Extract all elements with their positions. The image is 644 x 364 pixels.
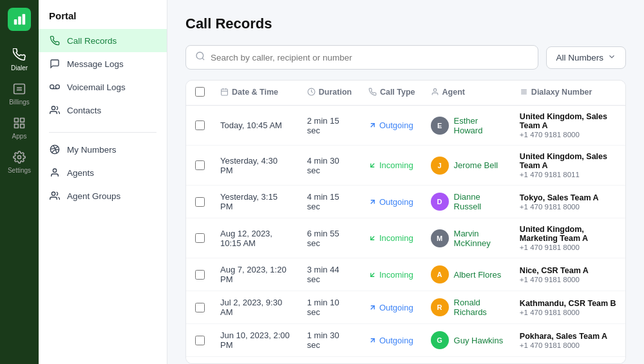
svg-point-25 bbox=[433, 89, 436, 91]
rail-item-settings[interactable]: Settings bbox=[0, 144, 39, 178]
call-records-table-wrapper: Date & Time Duration Call Type bbox=[185, 80, 626, 364]
search-box bbox=[185, 45, 538, 70]
avatar: G bbox=[431, 331, 449, 349]
sidebar: Portal Call Records Message Logs bbox=[39, 0, 167, 364]
avatar: E bbox=[431, 117, 449, 135]
table-row: Yesterday, 4:30 PM 4 min 30 sec Incoming… bbox=[186, 146, 625, 186]
table-row: Aug 12, 2023, 10:15 AM 6 min 55 sec Inco… bbox=[186, 218, 625, 258]
col-duration: Duration bbox=[299, 81, 361, 106]
sidebar-label-agents: Agents bbox=[67, 168, 94, 178]
svg-line-34 bbox=[371, 273, 374, 276]
row-checkbox[interactable] bbox=[195, 197, 205, 207]
message-icon bbox=[49, 58, 61, 70]
sidebar-item-call-records[interactable]: Call Records bbox=[39, 29, 167, 52]
agent-name[interactable]: Esther Howard bbox=[454, 116, 504, 135]
avatar: R bbox=[431, 298, 449, 316]
grid-icon bbox=[12, 116, 26, 130]
svg-line-33 bbox=[371, 236, 374, 240]
table-row: May 20, 2023, 11:00 AM 2 min 50 sec Outg… bbox=[186, 357, 625, 365]
agent-name[interactable]: Albert Flores bbox=[454, 270, 502, 280]
gear-icon bbox=[12, 150, 26, 164]
cell-dialaxy-number: Nice, CSR Team A +1 470 9181 8000 bbox=[512, 258, 625, 291]
row-checkbox[interactable] bbox=[195, 120, 205, 130]
cell-datetime: Yesterday, 3:15 PM bbox=[213, 186, 299, 218]
sidebar-item-message-logs[interactable]: Message Logs bbox=[39, 52, 167, 75]
cell-dialaxy-number: Tokyo, Sales Team A +1 470 9181 8000 bbox=[512, 186, 625, 218]
cell-duration: 4 min 30 sec bbox=[299, 146, 361, 186]
cell-calltype: Incoming bbox=[361, 258, 423, 291]
row-checkbox[interactable] bbox=[195, 270, 205, 280]
svg-rect-7 bbox=[21, 119, 24, 122]
sidebar-item-agent-groups[interactable]: Agent Groups bbox=[39, 184, 167, 207]
table-body: Today, 10:45 AM 2 min 15 sec Outgoing E … bbox=[186, 106, 625, 365]
rail-label-settings: Settings bbox=[8, 167, 31, 174]
sidebar-label-voicemail-logs: Voicemail Logs bbox=[67, 82, 126, 92]
sidebar-item-my-numbers[interactable]: My Numbers bbox=[39, 138, 167, 161]
rail-label-dialer: Dialer bbox=[11, 64, 28, 72]
sidebar-label-my-numbers: My Numbers bbox=[67, 145, 117, 155]
table-row: Today, 10:45 AM 2 min 15 sec Outgoing E … bbox=[186, 106, 625, 146]
cell-calltype: Outgoing bbox=[361, 357, 423, 365]
svg-rect-20 bbox=[222, 89, 228, 95]
select-all-checkbox[interactable] bbox=[195, 87, 205, 97]
col-datetime: Date & Time bbox=[213, 81, 299, 106]
svg-line-36 bbox=[371, 338, 374, 341]
cell-checkbox bbox=[186, 258, 213, 291]
phone-icon bbox=[12, 48, 26, 62]
cell-calltype: Incoming bbox=[361, 218, 423, 258]
sidebar-nav: Call Records Message Logs Voicemail Logs bbox=[39, 29, 167, 213]
call-type-badge: Outgoing bbox=[368, 303, 415, 312]
agent-name[interactable]: Guy Hawkins bbox=[454, 336, 504, 345]
row-checkbox[interactable] bbox=[195, 233, 205, 243]
cell-duration: 2 min 15 sec bbox=[299, 106, 361, 146]
cell-datetime: Jun 10, 2023, 2:00 PM bbox=[213, 324, 299, 357]
cell-datetime: Aug 12, 2023, 10:15 AM bbox=[213, 218, 299, 258]
dialaxy-team: Pokhara, Sales Team A bbox=[520, 332, 618, 341]
agent-name[interactable]: Ronald Richards bbox=[454, 298, 504, 317]
svg-rect-2 bbox=[23, 14, 26, 25]
agent-name[interactable]: Marvin McKinney bbox=[454, 229, 504, 248]
call-type-badge: Incoming bbox=[368, 233, 415, 243]
dialaxy-num: +1 470 9181 8000 bbox=[520, 244, 618, 251]
col-agent: Agent bbox=[423, 81, 512, 106]
agent-name[interactable]: Jerome Bell bbox=[454, 160, 498, 170]
rail-item-apps[interactable]: Apps bbox=[0, 110, 39, 144]
svg-line-31 bbox=[371, 164, 374, 167]
svg-point-11 bbox=[50, 85, 54, 89]
chevron-down-icon bbox=[607, 52, 616, 63]
row-checkbox[interactable] bbox=[195, 303, 205, 312]
sidebar-item-voicemail-logs[interactable]: Voicemail Logs bbox=[39, 75, 167, 99]
call-type-badge: Outgoing bbox=[368, 336, 415, 345]
rail-label-apps: Apps bbox=[12, 133, 27, 140]
cell-calltype: Outgoing bbox=[361, 291, 423, 324]
svg-rect-3 bbox=[14, 84, 25, 94]
dialaxy-team: United Kingdom, Marketing Team A bbox=[520, 225, 618, 243]
svg-line-19 bbox=[202, 58, 204, 60]
cell-datetime: Jul 2, 2023, 9:30 AM bbox=[213, 291, 299, 324]
rail-item-billings[interactable]: Billings bbox=[0, 75, 39, 110]
sidebar-label-agent-groups: Agent Groups bbox=[67, 191, 120, 201]
cell-datetime: Today, 10:45 AM bbox=[213, 106, 299, 146]
dialaxy-num: +1 470 9181 8011 bbox=[520, 171, 618, 178]
row-checkbox[interactable] bbox=[195, 160, 205, 170]
search-input[interactable] bbox=[211, 53, 529, 62]
row-checkbox[interactable] bbox=[195, 336, 205, 345]
cell-agent: S Savannah Nguyen bbox=[423, 357, 512, 365]
sidebar-item-contacts[interactable]: Contacts bbox=[39, 99, 167, 122]
cell-agent: E Esther Howard bbox=[423, 106, 512, 146]
svg-point-12 bbox=[55, 85, 59, 89]
col-calltype: Call Type bbox=[361, 81, 423, 106]
cell-agent: D Dianne Russell bbox=[423, 186, 512, 218]
agent-name[interactable]: Dianne Russell bbox=[454, 192, 504, 211]
cell-agent: R Ronald Richards bbox=[423, 291, 512, 324]
rail-item-dialer[interactable]: Dialer bbox=[0, 41, 39, 75]
dialaxy-team: Tokyo, Sales Team A bbox=[520, 193, 618, 202]
dialaxy-num: +1 470 9181 8000 bbox=[520, 341, 618, 349]
sidebar-divider bbox=[49, 132, 156, 133]
cell-duration: 3 min 44 sec bbox=[299, 258, 361, 291]
agent-groups-icon bbox=[49, 190, 61, 202]
cell-duration: 1 min 30 sec bbox=[299, 324, 361, 357]
sidebar-item-agents[interactable]: Agents bbox=[39, 161, 167, 184]
dialaxy-num: +1 470 9181 8000 bbox=[520, 131, 618, 139]
filter-dropdown[interactable]: All Numbers bbox=[546, 46, 626, 69]
